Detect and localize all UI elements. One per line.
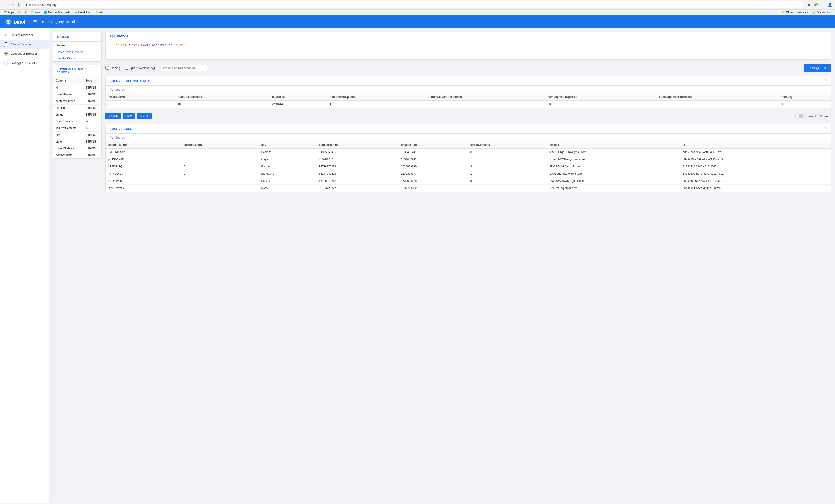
schema-row: inDirectContactsINT bbox=[53, 125, 101, 132]
schema-row: idSTRING bbox=[53, 84, 101, 91]
query-result-header[interactable]: QUERY RESULT ⌃ bbox=[105, 124, 831, 134]
timeout-input[interactable] bbox=[161, 65, 207, 71]
result-city: Bangalore bbox=[258, 170, 316, 177]
stats-table: timeUsedMs numDocsScanned totalDocs numS… bbox=[105, 93, 831, 108]
back-button[interactable]: ← bbox=[2, 2, 7, 7]
schema-col-type: STRING bbox=[83, 98, 101, 105]
sidebar-item-query-console-label: Query Console bbox=[11, 43, 31, 46]
url-bar[interactable] bbox=[23, 1, 804, 8]
user-profile-button[interactable]: 👤 bbox=[827, 2, 833, 7]
schema-col-name: patientStability bbox=[53, 145, 83, 152]
result-id: adb6676d-95c3-4e89-a363-cfb... bbox=[680, 149, 831, 156]
sql-select: select bbox=[116, 44, 127, 47]
stats-totalDocs: 2791644 bbox=[269, 101, 327, 108]
sql-editor-body[interactable]: 1 select * from CovidCasesTracker limit … bbox=[105, 41, 831, 59]
result-collapse-icon: ⌃ bbox=[824, 127, 828, 131]
schema-col-name: patientName bbox=[53, 91, 83, 98]
menu-button[interactable]: ⋮ bbox=[820, 2, 826, 7]
result-contactNumber: 75028120241 bbox=[316, 156, 398, 163]
schema-card: COVIDCASESTRACKER SCHEMA Column Type idS… bbox=[53, 64, 102, 159]
sidebar-item-zookeeper[interactable]: 🌳 Zookeeper Browser bbox=[0, 49, 49, 58]
reading-list[interactable]: 📖 Reading List bbox=[810, 10, 833, 15]
schema-col-name: id bbox=[53, 84, 83, 91]
schema-row: emailIdSTRING bbox=[53, 105, 101, 111]
line-number: 1 bbox=[109, 44, 111, 47]
collapse-icon: ⌃ bbox=[824, 79, 828, 83]
schema-col-name: state bbox=[53, 138, 83, 145]
result-search-input[interactable] bbox=[115, 136, 827, 139]
result-additionalInfo: NRsfCOlldy bbox=[105, 170, 181, 177]
cluster-manager-icon: ⚙ bbox=[4, 33, 8, 37]
query-controls: Tracing Query Syntax: PQL RUN QUERY bbox=[105, 62, 831, 74]
tracing-label[interactable]: Tracing bbox=[105, 66, 120, 70]
stats-numSeg: 1 bbox=[779, 101, 831, 108]
csv-button[interactable]: CSV bbox=[123, 113, 135, 119]
bookmark-yara[interactable]: 📁 Yara bbox=[29, 10, 42, 15]
reload-button[interactable]: ↻ bbox=[16, 2, 21, 7]
query-syntax-label[interactable]: Query Syntax: PQL bbox=[125, 66, 156, 70]
result-search-bar: 🔍 bbox=[105, 134, 831, 141]
schema-col-name: additionalInfo bbox=[53, 152, 83, 159]
result-col-additionalInfo: additionalInfo bbox=[105, 141, 181, 149]
tracing-checkbox[interactable] bbox=[105, 66, 109, 70]
tables-card-header: TABLES bbox=[53, 33, 101, 42]
response-stats-card: QUERY RESPONSE STATS ⌃ 🔍 timeUsedMs n bbox=[105, 76, 831, 108]
run-query-button[interactable]: RUN QUERY bbox=[804, 64, 831, 71]
excel-button[interactable]: EXCEL bbox=[105, 113, 121, 119]
other-bookmarks[interactable]: 📁 Other Bookmarks bbox=[780, 10, 809, 15]
stats-search-bar: 🔍 bbox=[105, 86, 831, 93]
stats-col-numServersResponded: numServersResponded bbox=[428, 93, 545, 101]
app-logo: pinot bbox=[5, 18, 29, 26]
hamburger-button[interactable]: ☰ bbox=[33, 19, 37, 24]
response-stats-header[interactable]: QUERY RESPONSE STATS ⌃ bbox=[105, 77, 831, 86]
app-body: ⚙ Cluster Manager 💬 Query Console 🌳 Zook… bbox=[0, 28, 835, 503]
schema-row: citySTRING bbox=[53, 132, 101, 138]
sidebar-item-query-console[interactable]: 💬 Query Console bbox=[0, 40, 49, 49]
sidebar-item-cluster-manager[interactable]: ⚙ Cluster Manager bbox=[0, 30, 49, 40]
result-city: Panipat bbox=[258, 177, 316, 185]
query-console-icon: 💬 bbox=[4, 42, 8, 47]
result-col-directContacts: directContacts bbox=[468, 141, 547, 149]
zookeeper-icon: 🌳 bbox=[4, 51, 8, 56]
bookmark-excalidraw[interactable]: ✏ Excalidraw bbox=[74, 10, 93, 15]
sidebar-item-cluster-manager-label: Cluster Manager bbox=[11, 33, 33, 37]
result-createdTime: 1632713622 bbox=[398, 185, 467, 192]
copy-button[interactable]: COPY bbox=[137, 113, 152, 119]
result-changeLength: 0 bbox=[181, 156, 259, 163]
nav-home[interactable]: Home bbox=[41, 20, 49, 24]
stats-col-numSeg: numSeg bbox=[779, 93, 831, 101]
table-link-covid[interactable]: CovidCasesTracker bbox=[53, 49, 101, 55]
tables-section-header: Tables bbox=[53, 42, 101, 49]
table-link-baseball[interactable]: baseballStats bbox=[53, 55, 101, 62]
result-row: NRsfCOlldy 0 Bangalore 66177830215 16323… bbox=[105, 170, 831, 177]
sidebar-item-swagger[interactable]: 📄 Swagger REST API bbox=[0, 58, 49, 67]
stats-col-numDocsScanned: numDocsScanned bbox=[175, 93, 269, 101]
schema-col-name: contactNumber bbox=[53, 98, 83, 105]
extensions-button[interactable]: 🧩 bbox=[813, 2, 819, 7]
bookmark-tw[interactable]: 📁 TW bbox=[17, 10, 28, 15]
browser-actions: ★ 🧩 ⋮ 👤 bbox=[806, 2, 833, 7]
bookmark-devtools[interactable]: 🌐 Dev Tools - Elastic bbox=[42, 10, 73, 15]
bookmarks-bar: 📅 Apps 📁 TW 📁 Yara 🌐 Dev Tools - Elastic… bbox=[0, 9, 835, 15]
schema-col-type: INT bbox=[83, 125, 101, 132]
result-emailId: VJwSbqBMKB@gmail.com bbox=[547, 170, 680, 177]
json-toggle-switch[interactable] bbox=[795, 114, 803, 118]
stats-search-input[interactable] bbox=[115, 88, 827, 91]
schema-card-header: COVIDCASESTRACKER SCHEMA bbox=[53, 65, 101, 77]
bookmark-star[interactable]: ★ bbox=[806, 2, 812, 7]
result-id: 802da663-776b-4dc7-9f13-3469... bbox=[680, 156, 831, 163]
schema-row: contactNumberSTRING bbox=[53, 98, 101, 105]
app-header: pinot ☰ Home > Query Console bbox=[0, 15, 835, 28]
result-table: additionalInfo changeLength city contact… bbox=[105, 141, 831, 192]
json-toggle: Show JSON format bbox=[795, 114, 831, 118]
stats-col-timeUsedMs: timeUsedMs bbox=[105, 93, 175, 101]
result-emailId: prUIDwAmUwS@gmail.com bbox=[547, 177, 680, 185]
forward-button[interactable]: → bbox=[9, 2, 15, 7]
result-col-city: city bbox=[258, 141, 316, 149]
stats-table-scroll: timeUsedMs numDocsScanned totalDocs numS… bbox=[105, 93, 831, 108]
query-syntax-checkbox[interactable] bbox=[125, 66, 128, 70]
bookmark-apps[interactable]: 📅 Apps bbox=[2, 10, 16, 15]
bookmark-ebiz[interactable]: 📁 ebiz bbox=[94, 10, 106, 15]
result-contactNumber: 88736170252 bbox=[316, 163, 398, 170]
schema-col-type: STRING bbox=[83, 84, 101, 91]
